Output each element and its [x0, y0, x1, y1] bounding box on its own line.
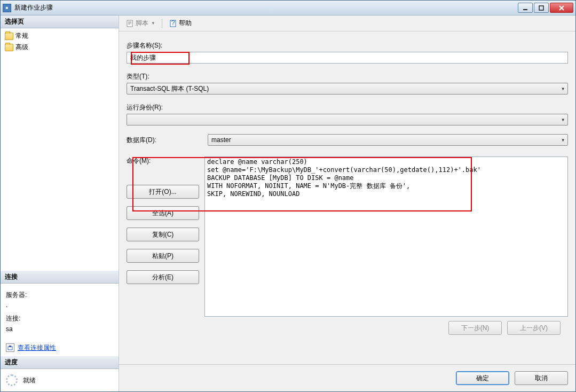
sidebar: 选择页 常规 高级 连接 服务器: . 连接:: [1, 15, 119, 391]
database-label: 数据库(D):: [127, 136, 199, 145]
server-value: .: [6, 300, 113, 310]
prev-step-button[interactable]: 上一步(V): [507, 321, 561, 335]
runas-combobox[interactable]: [127, 114, 568, 126]
help-icon: ?: [169, 19, 177, 28]
command-textarea[interactable]: [204, 156, 568, 317]
database-combobox[interactable]: master: [208, 134, 568, 146]
svg-rect-1: [539, 6, 543, 10]
help-button[interactable]: ? 帮助: [167, 18, 194, 29]
svg-rect-5: [9, 346, 11, 347]
open-button[interactable]: 打开(O)...: [127, 185, 199, 199]
sidebar-item-label: 常规: [15, 32, 28, 41]
dialog-window: ■ 新建作业步骤 选择页 常规 高级: [0, 0, 576, 392]
command-label: 命令(M):: [127, 156, 199, 166]
paste-button[interactable]: 粘贴(P): [127, 249, 199, 263]
conn-value: sa: [6, 324, 113, 334]
next-step-button[interactable]: 下一步(N): [448, 321, 502, 335]
folder-icon: [5, 44, 13, 51]
sidebar-item-label: 高级: [15, 43, 28, 52]
ok-button[interactable]: 确定: [456, 371, 509, 385]
step-name-input[interactable]: [127, 52, 568, 64]
toolbar-separator: [162, 19, 162, 28]
progress-status: 就绪: [23, 376, 36, 385]
titlebar: ■ 新建作业步骤: [1, 1, 575, 15]
copy-button[interactable]: 复制(C): [127, 228, 199, 241]
folder-icon: [5, 33, 13, 40]
step-name-label: 步骤名称(S):: [127, 41, 568, 50]
connection-header: 连接: [1, 271, 119, 284]
svg-text:?: ?: [171, 20, 175, 27]
connection-props-icon: [6, 343, 14, 352]
server-label: 服务器:: [6, 290, 113, 300]
minimize-button[interactable]: [518, 3, 533, 13]
select-all-button[interactable]: 全选(A): [127, 206, 199, 220]
progress-header: 进度: [1, 356, 119, 369]
window-title: 新建作业步骤: [14, 3, 518, 12]
cancel-button[interactable]: 取消: [515, 371, 568, 385]
conn-label: 连接:: [6, 313, 113, 324]
main-panel: 脚本 ▼ ? 帮助 步骤名称(S): 类型(T): Transact-SQL 脚…: [119, 15, 575, 391]
sidebar-item-general[interactable]: 常规: [5, 30, 114, 42]
parse-button[interactable]: 分析(E): [127, 270, 199, 284]
runas-label: 运行身份(R):: [127, 103, 568, 112]
toolbar: 脚本 ▼ ? 帮助: [119, 15, 575, 32]
sidebar-item-advanced[interactable]: 高级: [5, 42, 114, 53]
script-icon: [125, 19, 134, 28]
type-label: 类型(T):: [127, 72, 568, 81]
svg-rect-6: [127, 20, 132, 27]
app-icon: ■: [3, 4, 11, 12]
maximize-button[interactable]: [534, 3, 549, 13]
select-page-header: 选择页: [1, 15, 119, 28]
progress-spinner-icon: [6, 374, 18, 386]
script-button[interactable]: 脚本 ▼: [123, 18, 157, 29]
close-button[interactable]: [550, 3, 573, 13]
view-connection-props-link[interactable]: 查看连接属性: [18, 343, 56, 353]
chevron-down-icon: ▼: [151, 21, 155, 26]
type-combobox[interactable]: Transact-SQL 脚本 (T-SQL): [127, 83, 568, 95]
